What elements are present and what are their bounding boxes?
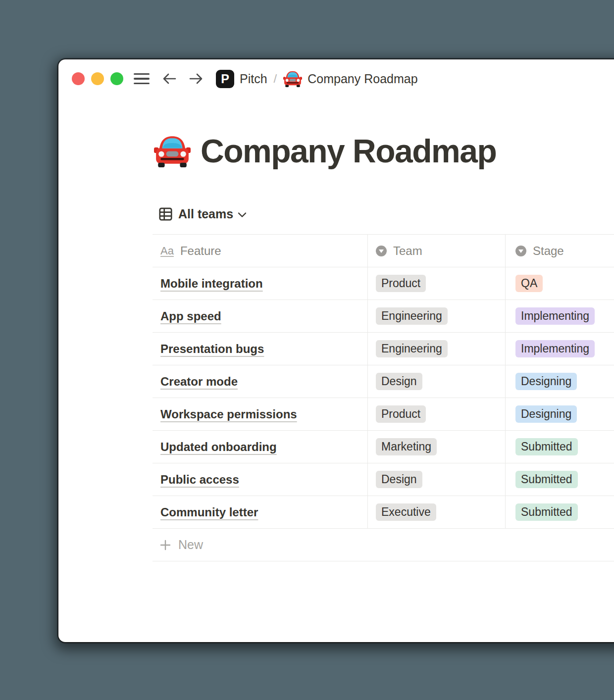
stage-badge[interactable]: Designing [515,373,577,390]
window-titlebar: P Pitch / Company Roadmap [72,68,418,89]
team-badge[interactable]: Design [376,373,422,390]
roadmap-table: Aa Feature Team Stage Mobile integration… [153,234,614,561]
table-row: App speed Engineering Implementing [153,300,614,333]
plus-icon [159,539,171,551]
feature-title-link[interactable]: Community letter [160,505,258,519]
title-property-icon: Aa [160,245,174,257]
team-badge[interactable]: Marketing [376,438,437,455]
team-badge[interactable]: Design [376,471,422,488]
feature-title-link[interactable]: Updated onboarding [160,440,277,454]
breadcrumb-page-name[interactable]: Company Roadmap [307,72,417,86]
column-label: Feature [180,244,221,258]
stage-cell[interactable]: Submitted [505,431,614,463]
car-emoji-icon[interactable] [154,135,191,167]
car-emoji-icon [283,70,302,87]
page-title: Company Roadmap [154,135,496,167]
app-window: P Pitch / Company Roadmap Company Roadma… [58,59,614,642]
column-label: Team [393,244,422,258]
feature-title-link[interactable]: Presentation bugs [160,342,264,356]
team-cell[interactable]: Executive [367,496,505,528]
feature-title-link[interactable]: App speed [160,309,221,323]
stage-badge[interactable]: Implementing [515,340,595,357]
table-row: Workspace permissions Product Designing [153,398,614,431]
table-row: Updated onboarding Marketing Submitted [153,431,614,463]
table-body: Mobile integration Product QA App speed … [153,267,614,529]
select-property-icon [376,246,387,256]
arrow-left-icon [162,72,176,85]
column-label: Stage [533,244,564,258]
table-view-icon [159,207,172,221]
team-cell[interactable]: Design [367,463,505,496]
column-header-team[interactable]: Team [367,235,505,267]
feature-title-link[interactable]: Workspace permissions [160,407,297,421]
view-switcher[interactable]: All teams [153,207,247,221]
team-badge[interactable]: Product [376,405,426,423]
feature-title-link[interactable]: Creator mode [160,375,238,389]
feature-cell[interactable]: Public access [153,463,367,496]
team-badge[interactable]: Engineering [376,340,448,357]
minimize-window-button[interactable] [91,72,104,85]
forward-button[interactable] [189,72,203,85]
view-toolbar: All teams Properties [153,203,614,225]
stage-badge[interactable]: Implementing [515,307,595,325]
breadcrumb-separator: / [274,72,277,86]
stage-cell[interactable]: QA [505,267,614,300]
team-cell[interactable]: Engineering [367,333,505,365]
feature-title-link[interactable]: Mobile integration [160,277,263,291]
stage-badge[interactable]: Submitted [515,503,578,521]
zoom-window-button[interactable] [110,72,123,85]
back-button[interactable] [162,72,176,85]
stage-cell[interactable]: Implementing [505,300,614,332]
team-badge[interactable]: Executive [376,503,436,521]
table-row: Presentation bugs Engineering Implementi… [153,333,614,365]
feature-cell[interactable]: Community letter [153,496,367,528]
stage-cell[interactable]: Submitted [505,463,614,496]
page-title-text[interactable]: Company Roadmap [201,135,496,167]
stage-cell[interactable]: Designing [505,398,614,430]
chevron-down-icon [238,212,247,218]
team-badge[interactable]: Engineering [376,307,448,325]
team-cell[interactable]: Design [367,365,505,398]
table-row: Community letter Executive Submitted [153,496,614,529]
new-row-label: New [178,538,203,552]
column-header-stage[interactable]: Stage [505,235,614,267]
feature-cell[interactable]: Presentation bugs [153,333,367,365]
stage-badge[interactable]: Submitted [515,438,578,455]
feature-cell[interactable]: Mobile integration [153,267,367,300]
stage-badge[interactable]: Designing [515,405,577,423]
menu-icon[interactable] [134,73,150,85]
team-cell[interactable]: Product [367,267,505,300]
screenshot-root: { "titlebar": { "app_initial": "P", "app… [0,0,614,700]
pitch-app-logo[interactable]: P [216,70,234,88]
select-property-icon [515,246,526,256]
team-cell[interactable]: Engineering [367,300,505,332]
arrow-right-icon [189,72,203,85]
table-row: Mobile integration Product QA [153,267,614,300]
view-name-label: All teams [178,207,233,221]
feature-title-link[interactable]: Public access [160,473,239,487]
column-header-feature[interactable]: Aa Feature [153,235,367,267]
team-badge[interactable]: Product [376,275,426,292]
team-cell[interactable]: Product [367,398,505,430]
table-header-row: Aa Feature Team Stage [153,234,614,267]
stage-cell[interactable]: Designing [505,365,614,398]
feature-cell[interactable]: Workspace permissions [153,398,367,430]
stage-cell[interactable]: Implementing [505,333,614,365]
feature-cell[interactable]: Creator mode [153,365,367,398]
feature-cell[interactable]: App speed [153,300,367,332]
new-row-button[interactable]: New [153,529,614,561]
table-row: Creator mode Design Designing [153,365,614,398]
team-cell[interactable]: Marketing [367,431,505,463]
close-window-button[interactable] [72,72,85,85]
table-row: Public access Design Submitted [153,463,614,496]
stage-badge[interactable]: Submitted [515,471,578,488]
breadcrumb-app-name[interactable]: Pitch [240,72,267,86]
stage-cell[interactable]: Submitted [505,496,614,528]
stage-badge[interactable]: QA [515,275,543,292]
feature-cell[interactable]: Updated onboarding [153,431,367,463]
